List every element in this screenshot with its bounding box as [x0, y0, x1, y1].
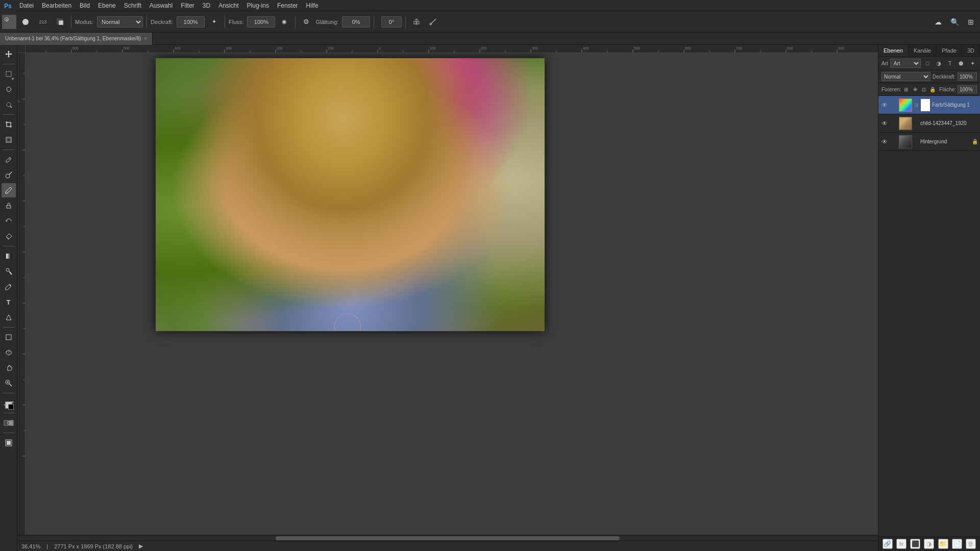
brush-tool-btn[interactable]: ✦: [2, 15, 16, 29]
blend-mode-select[interactable]: Normal: [881, 72, 930, 81]
move-tool[interactable]: [2, 47, 16, 61]
filter-adjust-btn[interactable]: ◑: [934, 59, 943, 68]
layer-visibility-photo[interactable]: 👁: [880, 119, 889, 128]
fx-btn[interactable]: fx: [896, 539, 906, 549]
eraser-tool[interactable]: [2, 229, 16, 243]
add-mask-btn[interactable]: ⬛: [910, 539, 920, 549]
lock-position-btn[interactable]: ✙: [912, 85, 919, 94]
link-layers-btn[interactable]: 🔗: [883, 539, 893, 549]
brush-tool[interactable]: [2, 183, 16, 197]
lock-all-btn[interactable]: 🔒: [929, 85, 936, 94]
angle-input[interactable]: [381, 16, 402, 28]
filter-text-btn[interactable]: T: [945, 59, 954, 68]
eyedropper-tool[interactable]: [2, 153, 16, 167]
filter-smart-btn[interactable]: ✦: [968, 59, 977, 68]
svg-rect-12: [6, 137, 11, 142]
new-group-btn[interactable]: 📁: [938, 539, 948, 549]
menu-datei[interactable]: Datei: [15, 0, 38, 11]
menu-3d[interactable]: 3D: [199, 0, 214, 11]
stamp-tool[interactable]: [2, 198, 16, 213]
svg-text:700: 700: [736, 46, 742, 50]
status-arrow[interactable]: ▶: [139, 543, 143, 549]
delete-layer-btn[interactable]: 🗑: [966, 539, 976, 549]
adjustment-btn[interactable]: ◑: [924, 539, 934, 549]
svg-line-25: [9, 384, 12, 386]
spot-heal-tool[interactable]: [2, 168, 16, 182]
menu-plugins[interactable]: Plug-ins: [243, 0, 273, 11]
tab-3d[interactable]: 3D: [962, 45, 980, 56]
filter-pixel-btn[interactable]: □: [923, 59, 932, 68]
settings-btn[interactable]: ⚙: [299, 15, 313, 29]
fluss-input[interactable]: [247, 16, 275, 28]
cloud-sync-btn[interactable]: ☁: [931, 15, 945, 29]
text-tool[interactable]: T: [2, 295, 16, 309]
menu-ansicht[interactable]: Ansicht: [214, 0, 242, 11]
svg-text:600: 600: [685, 46, 691, 50]
tab-kanaele[interactable]: Kanäle: [909, 45, 937, 56]
3d-object-tool[interactable]: [2, 345, 16, 360]
lock-artboards-btn[interactable]: ⊡: [920, 85, 927, 94]
layer-item-bg[interactable]: 👁 Hintergrund 🔒: [878, 133, 980, 151]
zoom-tool[interactable]: [2, 376, 16, 390]
tab-ebenen[interactable]: Ebenen: [878, 45, 909, 56]
screen-mode-btn[interactable]: [2, 436, 16, 450]
layer-item-hue-sat[interactable]: 👁 ⛓ Farb/Sättigung 1: [878, 96, 980, 114]
svg-rect-32: [7, 441, 11, 445]
deckraft-input[interactable]: [177, 16, 205, 28]
quick-select-tool[interactable]: [2, 97, 16, 112]
rect-shape-tool[interactable]: [2, 330, 16, 344]
lasso-tool[interactable]: [2, 82, 16, 96]
opacity-input[interactable]: [958, 72, 977, 81]
blend-opacity-row: Normal Deckkraft:: [878, 70, 980, 83]
svg-point-15: [6, 174, 10, 178]
layer-visibility-hue-sat[interactable]: 👁: [880, 101, 889, 109]
brush-size-display[interactable]: 213: [35, 15, 51, 29]
search-btn[interactable]: 🔍: [947, 15, 962, 29]
arrange-btn[interactable]: ⊞: [964, 15, 978, 29]
fluss-icon-btn[interactable]: ◉: [277, 15, 291, 29]
modus-select[interactable]: Normal: [97, 16, 143, 28]
history-brush-tool[interactable]: [2, 214, 16, 228]
brush-settings-btn[interactable]: [426, 15, 440, 29]
lock-pixels-btn[interactable]: ⊞: [902, 85, 910, 94]
tab-close-btn[interactable]: ×: [144, 36, 147, 41]
menu-ebene[interactable]: Ebene: [94, 0, 120, 11]
pen-tool[interactable]: [2, 280, 16, 294]
menu-fenster[interactable]: Fenster: [273, 0, 302, 11]
deckraft-airbrush-btn[interactable]: ✦: [207, 15, 221, 29]
menu-filter[interactable]: Filter: [177, 0, 199, 11]
separator-1: [71, 16, 71, 28]
menu-bild[interactable]: Bild: [76, 0, 94, 11]
dodge-tool[interactable]: [2, 264, 16, 279]
crop-tool[interactable]: [2, 117, 16, 132]
symmetry-btn[interactable]: [409, 15, 424, 29]
photo-canvas[interactable]: [156, 58, 545, 331]
horizontal-scrollbar[interactable]: [17, 535, 878, 541]
layer-name-hue-sat: Farb/Sättigung 1: [932, 102, 978, 108]
quick-mask-btn[interactable]: [2, 416, 16, 430]
fill-input[interactable]: [958, 85, 977, 93]
canvas-main[interactable]: [26, 53, 878, 535]
menu-bearbeiten[interactable]: Bearbeiten: [38, 0, 76, 11]
menu-hilfe[interactable]: Hilfe: [302, 0, 323, 11]
tab-pfade[interactable]: Pfade: [937, 45, 962, 56]
gradient-tool[interactable]: [2, 249, 16, 263]
menu-schrift[interactable]: Schrift: [120, 0, 145, 11]
svg-text:✦: ✦: [6, 18, 8, 21]
set-foreground-btn[interactable]: [53, 15, 67, 29]
hand-tool[interactable]: [2, 361, 16, 375]
document-tab[interactable]: Unbenannt-1 bei 36,4% (Farb/Sättigung 1,…: [0, 33, 153, 45]
brush-shape-btn[interactable]: [18, 15, 33, 29]
layer-visibility-bg[interactable]: 👁: [880, 138, 889, 146]
fg-bg-colors[interactable]: ⇄ ↩: [2, 396, 16, 410]
marquee-tool[interactable]: ▼: [2, 67, 16, 81]
filter-select[interactable]: Art: [890, 59, 921, 68]
frame-tool[interactable]: [2, 133, 16, 147]
new-layer-btn[interactable]: 📄: [952, 539, 962, 549]
path-select-tool[interactable]: [2, 310, 16, 324]
filter-shape-btn[interactable]: ⬟: [957, 59, 966, 68]
glattung-input[interactable]: [342, 16, 370, 28]
menu-auswahl[interactable]: Auswahl: [145, 0, 177, 11]
layer-item-photo[interactable]: 👁 child-1423447_1920: [878, 114, 980, 133]
layer-list: 👁 ⛓ Farb/Sättigung 1 👁: [878, 96, 980, 536]
